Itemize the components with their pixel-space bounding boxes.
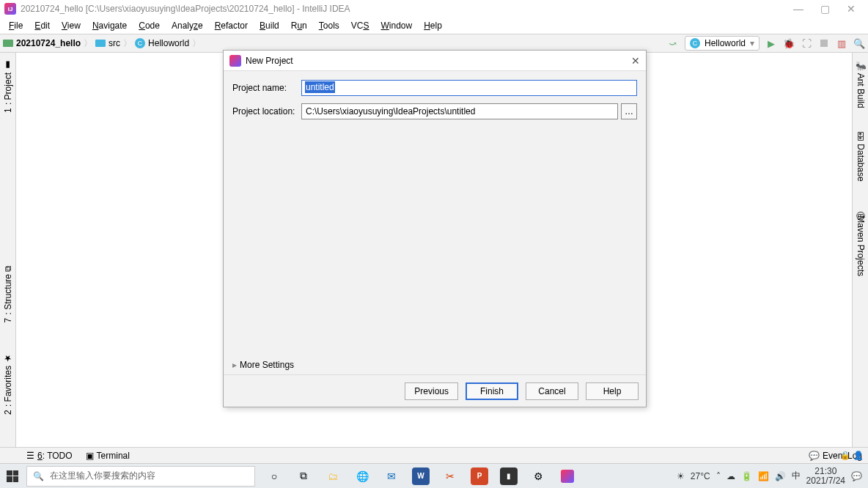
settings-icon[interactable]: ⚙ — [529, 467, 547, 485]
inspector-icon[interactable]: 👤 — [853, 451, 864, 460]
project-name-label: Project name: — [232, 83, 301, 93]
project-tab[interactable]: 1: Project ▮ — [1, 56, 15, 117]
minimize-button[interactable]: — — [793, 3, 803, 15]
dialog-title: New Project — [246, 56, 293, 66]
menu-tools[interactable]: Tools — [313, 19, 345, 32]
maximize-button[interactable]: ▢ — [820, 3, 830, 15]
notifications-icon[interactable]: 💬 — [851, 471, 862, 481]
menu-view[interactable]: View — [56, 19, 87, 32]
bottom-toolbar: ☰ 6: TODO ▣ Terminal 💬 Event Log — [0, 447, 868, 463]
chevron-right-icon: ▸ — [232, 360, 237, 370]
battery-icon[interactable]: 🔋 — [741, 471, 752, 481]
new-project-dialog: New Project ✕ Project name: untitled Pro… — [223, 50, 647, 407]
run-config-selector[interactable]: C Helloworld ▾ — [685, 36, 760, 51]
app-icon: IJ — [4, 3, 16, 15]
ime-icon[interactable]: 中 — [792, 470, 801, 482]
breadcrumb[interactable]: C Helloworld 〉 — [135, 37, 201, 50]
folder-icon — [3, 40, 13, 47]
todo-tab[interactable]: ☰ 6: TODO — [26, 451, 73, 461]
clock[interactable]: 21:30 2021/7/24 — [806, 467, 845, 486]
onedrive-icon[interactable]: ☁ — [727, 471, 735, 481]
start-button[interactable] — [0, 464, 25, 489]
weather-text[interactable]: 27°C — [691, 471, 710, 481]
search-placeholder: 在这里输入你要搜索的内容 — [50, 470, 155, 482]
app-icon — [229, 55, 241, 67]
taskbar-search[interactable]: 🔍 在这里输入你要搜索的内容 — [26, 466, 255, 487]
search-everywhere-icon[interactable]: 🔍 — [853, 37, 865, 49]
left-toolbar: 1: Project ▮ 7: Structure ⧉ 2: Favorites… — [0, 53, 16, 447]
menu-vcs[interactable]: VCS — [345, 19, 375, 32]
menu-refactor[interactable]: Refactor — [209, 19, 254, 32]
browse-button[interactable]: … — [621, 103, 637, 119]
terminal-tab[interactable]: ▣ Terminal — [86, 451, 130, 461]
wifi-icon[interactable]: 📶 — [758, 471, 769, 481]
project-location-label: Project location: — [232, 106, 301, 117]
menu-help[interactable]: Help — [418, 19, 448, 32]
ant-tab[interactable]: 🐜 Ant Build — [854, 56, 867, 113]
right-toolbar: 🐜 Ant Build 🗄 Database ⓜ Maven Projects — [852, 53, 868, 447]
explorer-icon[interactable]: 🗂 — [324, 467, 342, 485]
tray-chevron-icon[interactable]: ˄ — [716, 471, 721, 481]
weather-icon[interactable]: ☀ — [677, 471, 685, 481]
snip-icon[interactable]: ✂ — [441, 467, 459, 485]
edge-icon[interactable]: 🌐 — [353, 467, 371, 485]
favorites-tab[interactable]: 2: Favorites ★ — [1, 349, 15, 419]
menu-edit[interactable]: Edit — [29, 19, 56, 32]
cortana-icon[interactable]: ○ — [265, 467, 283, 485]
structure-tab[interactable]: 7: Structure ⧉ — [1, 261, 15, 327]
crumb-label: Helloworld — [148, 38, 189, 48]
word-icon[interactable]: W — [412, 467, 430, 485]
run-button[interactable]: ▶ — [765, 37, 777, 49]
menu-analyze[interactable]: Analyze — [166, 19, 209, 32]
terminal-icon[interactable]: ▮ — [500, 467, 518, 485]
menubar: File Edit View Navigate Code Analyze Ref… — [0, 18, 868, 34]
intellij-icon[interactable] — [559, 467, 576, 485]
mail-icon[interactable]: ✉ — [383, 467, 400, 485]
menu-navigate[interactable]: Navigate — [87, 19, 133, 32]
search-icon: 🔍 — [33, 471, 44, 481]
coverage-button[interactable]: ⛶ — [801, 37, 812, 49]
run-config-label: Helloworld — [705, 38, 746, 48]
class-icon: C — [135, 38, 145, 48]
volume-icon[interactable]: 🔊 — [775, 471, 786, 481]
folder-icon — [95, 40, 106, 47]
database-tab[interactable]: 🗄 Database — [854, 127, 867, 186]
menu-build[interactable]: Build — [254, 19, 285, 32]
project-name-input[interactable]: untitled — [301, 80, 637, 96]
close-button[interactable]: ✕ — [846, 3, 856, 15]
menu-run[interactable]: Run — [285, 19, 313, 32]
powerpoint-icon[interactable]: P — [471, 467, 488, 485]
breadcrumb[interactable]: src 〉 — [95, 37, 132, 50]
cancel-button[interactable]: Cancel — [526, 382, 578, 400]
menu-file[interactable]: File — [3, 19, 29, 32]
taskbar: 🔍 在这里输入你要搜索的内容 ○ ⧉ 🗂 🌐 ✉ W ✂ P ▮ ⚙ ☀ 27°… — [0, 463, 868, 488]
debug-button[interactable]: 🐞 — [783, 37, 795, 49]
crumb-label: src — [108, 38, 120, 48]
finish-button[interactable]: Finish — [466, 382, 518, 400]
more-settings-toggle[interactable]: ▸ More Settings — [232, 360, 294, 370]
stop-button[interactable] — [818, 37, 830, 49]
menu-code[interactable]: Code — [133, 19, 166, 32]
chevron-down-icon: ▾ — [750, 38, 754, 48]
breadcrumb[interactable]: 20210724_hello 〉 — [3, 37, 92, 50]
dialog-close-button[interactable]: ✕ — [631, 55, 640, 67]
lock-icon[interactable]: 🔒 — [840, 451, 850, 460]
window-title: 20210724_hello [C:\Users\xiaoyusuying\Id… — [21, 4, 793, 14]
task-view-icon[interactable]: ⧉ — [295, 467, 312, 485]
back-arrow-icon[interactable]: ⤻ — [667, 37, 679, 49]
crumb-label: 20210724_hello — [16, 38, 81, 48]
previous-button[interactable]: Previous — [405, 382, 458, 400]
class-icon: C — [690, 38, 700, 48]
project-location-input[interactable] — [301, 103, 618, 119]
titlebar: IJ 20210724_hello [C:\Users\xiaoyusuying… — [0, 0, 868, 18]
layout-icon[interactable]: ▥ — [836, 37, 847, 49]
menu-window[interactable]: Window — [375, 19, 418, 32]
help-button[interactable]: Help — [586, 382, 639, 400]
maven-tab[interactable]: ⓜ Maven Projects — [853, 200, 868, 281]
